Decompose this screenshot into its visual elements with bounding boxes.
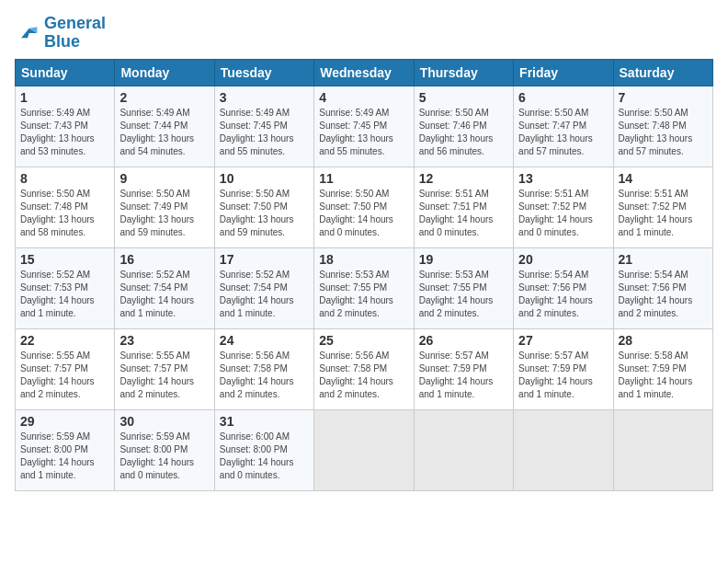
day-number: 19 <box>419 252 508 267</box>
calendar-day-cell: 6Sunrise: 5:50 AMSunset: 7:47 PMDaylight… <box>514 86 613 167</box>
calendar-day-cell: 22Sunrise: 5:55 AMSunset: 7:57 PMDayligh… <box>16 328 115 409</box>
day-number: 18 <box>319 252 408 267</box>
day-number: 29 <box>20 414 109 429</box>
weekday-header-row: SundayMondayTuesdayWednesdayThursdayFrid… <box>16 59 713 86</box>
day-number: 11 <box>319 171 408 186</box>
calendar-day-cell: 12Sunrise: 5:51 AMSunset: 7:51 PMDayligh… <box>414 167 513 247</box>
day-info: Sunrise: 5:59 AMSunset: 8:00 PMDaylight:… <box>20 431 109 482</box>
day-info: Sunrise: 5:57 AMSunset: 7:59 PMDaylight:… <box>419 350 508 401</box>
calendar-day-cell: 9Sunrise: 5:50 AMSunset: 7:49 PMDaylight… <box>115 167 214 247</box>
day-number: 3 <box>220 90 309 105</box>
calendar-day-cell: 19Sunrise: 5:53 AMSunset: 7:55 PMDayligh… <box>414 247 513 328</box>
calendar-day-cell: 7Sunrise: 5:50 AMSunset: 7:48 PMDaylight… <box>613 86 712 167</box>
calendar-day-cell: 30Sunrise: 5:59 AMSunset: 8:00 PMDayligh… <box>115 409 214 490</box>
day-number: 4 <box>319 90 408 105</box>
day-number: 6 <box>518 90 608 105</box>
day-info: Sunrise: 5:50 AMSunset: 7:47 PMDaylight:… <box>518 107 608 158</box>
day-info: Sunrise: 5:54 AMSunset: 7:56 PMDaylight:… <box>518 269 608 320</box>
day-info: Sunrise: 5:53 AMSunset: 7:55 PMDaylight:… <box>319 269 408 320</box>
calendar-day-cell <box>314 409 414 490</box>
day-info: Sunrise: 5:50 AMSunset: 7:48 PMDaylight:… <box>619 107 708 158</box>
calendar-day-cell: 14Sunrise: 5:51 AMSunset: 7:52 PMDayligh… <box>613 167 712 247</box>
day-number: 22 <box>20 333 109 348</box>
day-info: Sunrise: 5:53 AMSunset: 7:55 PMDaylight:… <box>419 269 508 320</box>
day-number: 26 <box>419 333 508 348</box>
calendar-week-row: 8Sunrise: 5:50 AMSunset: 7:48 PMDaylight… <box>16 167 713 247</box>
calendar-day-cell: 31Sunrise: 6:00 AMSunset: 8:00 PMDayligh… <box>214 409 313 490</box>
day-info: Sunrise: 5:56 AMSunset: 7:58 PMDaylight:… <box>319 350 408 401</box>
day-info: Sunrise: 5:55 AMSunset: 7:57 PMDaylight:… <box>119 350 209 401</box>
calendar-day-cell: 3Sunrise: 5:49 AMSunset: 7:45 PMDaylight… <box>214 86 313 167</box>
day-number: 27 <box>518 333 608 348</box>
calendar-week-row: 15Sunrise: 5:52 AMSunset: 7:53 PMDayligh… <box>16 247 713 328</box>
calendar-day-cell: 11Sunrise: 5:50 AMSunset: 7:50 PMDayligh… <box>314 167 414 247</box>
day-info: Sunrise: 5:51 AMSunset: 7:51 PMDaylight:… <box>419 188 508 239</box>
calendar-week-row: 1Sunrise: 5:49 AMSunset: 7:43 PMDaylight… <box>16 86 713 167</box>
day-info: Sunrise: 5:52 AMSunset: 7:54 PMDaylight:… <box>119 269 209 320</box>
day-number: 12 <box>419 171 508 186</box>
calendar-day-cell <box>613 409 712 490</box>
day-info: Sunrise: 5:51 AMSunset: 7:52 PMDaylight:… <box>619 188 708 239</box>
day-info: Sunrise: 5:52 AMSunset: 7:54 PMDaylight:… <box>220 269 309 320</box>
day-info: Sunrise: 5:58 AMSunset: 7:59 PMDaylight:… <box>619 350 708 401</box>
calendar-table: SundayMondayTuesdayWednesdayThursdayFrid… <box>15 59 713 491</box>
day-info: Sunrise: 5:49 AMSunset: 7:44 PMDaylight:… <box>119 107 209 158</box>
calendar-day-cell: 18Sunrise: 5:53 AMSunset: 7:55 PMDayligh… <box>314 247 414 328</box>
day-number: 30 <box>119 414 209 429</box>
day-number: 24 <box>220 333 309 348</box>
calendar-day-cell: 17Sunrise: 5:52 AMSunset: 7:54 PMDayligh… <box>214 247 313 328</box>
day-number: 5 <box>419 90 508 105</box>
calendar-day-cell <box>514 409 613 490</box>
calendar-day-cell: 5Sunrise: 5:50 AMSunset: 7:46 PMDaylight… <box>414 86 513 167</box>
logo: General Blue <box>15 15 106 52</box>
day-number: 2 <box>119 90 209 105</box>
day-number: 14 <box>619 171 708 186</box>
day-number: 23 <box>119 333 209 348</box>
weekday-header: Friday <box>514 59 613 86</box>
day-info: Sunrise: 5:51 AMSunset: 7:52 PMDaylight:… <box>518 188 608 239</box>
calendar-day-cell: 10Sunrise: 5:50 AMSunset: 7:50 PMDayligh… <box>214 167 313 247</box>
day-number: 15 <box>20 252 109 267</box>
day-info: Sunrise: 5:57 AMSunset: 7:59 PMDaylight:… <box>518 350 608 401</box>
calendar-day-cell: 25Sunrise: 5:56 AMSunset: 7:58 PMDayligh… <box>314 328 414 409</box>
day-number: 16 <box>119 252 209 267</box>
calendar-day-cell: 28Sunrise: 5:58 AMSunset: 7:59 PMDayligh… <box>613 328 712 409</box>
weekday-header: Thursday <box>414 59 513 86</box>
weekday-header: Monday <box>115 59 214 86</box>
day-number: 25 <box>319 333 408 348</box>
day-info: Sunrise: 5:50 AMSunset: 7:50 PMDaylight:… <box>220 188 309 239</box>
day-number: 8 <box>20 171 109 186</box>
day-info: Sunrise: 5:50 AMSunset: 7:49 PMDaylight:… <box>119 188 209 239</box>
day-number: 28 <box>619 333 708 348</box>
calendar-day-cell: 29Sunrise: 5:59 AMSunset: 8:00 PMDayligh… <box>16 409 115 490</box>
day-number: 21 <box>619 252 708 267</box>
day-number: 10 <box>220 171 309 186</box>
calendar-day-cell: 15Sunrise: 5:52 AMSunset: 7:53 PMDayligh… <box>16 247 115 328</box>
day-number: 20 <box>518 252 608 267</box>
calendar-day-cell: 20Sunrise: 5:54 AMSunset: 7:56 PMDayligh… <box>514 247 613 328</box>
day-number: 31 <box>220 414 309 429</box>
day-number: 1 <box>20 90 109 105</box>
calendar-day-cell: 13Sunrise: 5:51 AMSunset: 7:52 PMDayligh… <box>514 167 613 247</box>
logo-icon <box>15 22 40 44</box>
day-number: 13 <box>518 171 608 186</box>
day-info: Sunrise: 6:00 AMSunset: 8:00 PMDaylight:… <box>220 431 309 482</box>
calendar-day-cell: 23Sunrise: 5:55 AMSunset: 7:57 PMDayligh… <box>115 328 214 409</box>
logo-text: General Blue <box>44 15 106 52</box>
page-header: General Blue <box>15 15 713 52</box>
calendar-day-cell: 16Sunrise: 5:52 AMSunset: 7:54 PMDayligh… <box>115 247 214 328</box>
day-info: Sunrise: 5:54 AMSunset: 7:56 PMDaylight:… <box>619 269 708 320</box>
weekday-header: Saturday <box>613 59 712 86</box>
calendar-week-row: 29Sunrise: 5:59 AMSunset: 8:00 PMDayligh… <box>16 409 713 490</box>
calendar-day-cell: 8Sunrise: 5:50 AMSunset: 7:48 PMDaylight… <box>16 167 115 247</box>
day-info: Sunrise: 5:50 AMSunset: 7:46 PMDaylight:… <box>419 107 508 158</box>
day-info: Sunrise: 5:55 AMSunset: 7:57 PMDaylight:… <box>20 350 109 401</box>
day-info: Sunrise: 5:49 AMSunset: 7:45 PMDaylight:… <box>319 107 408 158</box>
calendar-day-cell: 27Sunrise: 5:57 AMSunset: 7:59 PMDayligh… <box>514 328 613 409</box>
weekday-header: Sunday <box>16 59 115 86</box>
day-info: Sunrise: 5:49 AMSunset: 7:43 PMDaylight:… <box>20 107 109 158</box>
day-number: 7 <box>619 90 708 105</box>
day-number: 9 <box>119 171 209 186</box>
calendar-day-cell: 4Sunrise: 5:49 AMSunset: 7:45 PMDaylight… <box>314 86 414 167</box>
day-info: Sunrise: 5:59 AMSunset: 8:00 PMDaylight:… <box>119 431 209 482</box>
